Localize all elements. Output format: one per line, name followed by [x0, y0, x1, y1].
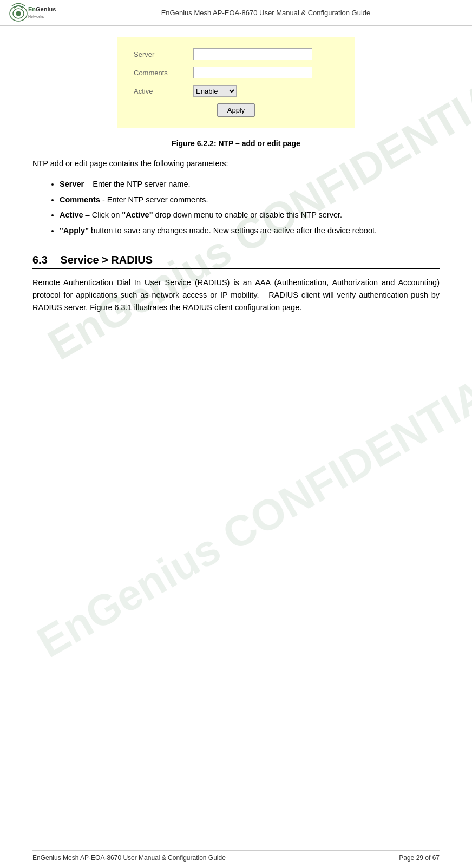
header-title: EnGenius Mesh AP-EOA-8670 User Manual & …: [68, 9, 463, 17]
section-number: 6.3: [32, 254, 48, 266]
bullet-server-term: Server: [60, 180, 84, 188]
svg-point-2: [16, 11, 21, 16]
active-select-container: Enable Disable: [193, 85, 237, 97]
apply-btn-row: Apply: [134, 103, 338, 117]
apply-button[interactable]: Apply: [217, 103, 255, 117]
bullet-comments-term: Comments: [60, 195, 100, 204]
bullet-list: Server – Enter the NTP server name. Comm…: [60, 177, 440, 238]
bullet-active-term: Active: [60, 211, 83, 219]
bullet-active-text: – Click on "Active" drop down menu to en…: [86, 211, 343, 219]
active-row: Active Enable Disable: [134, 85, 338, 97]
page-footer: EnGenius Mesh AP-EOA-8670 User Manual & …: [32, 850, 440, 862]
bullet-active: Active – Click on "Active" drop down men…: [60, 208, 440, 222]
figure-caption: Figure 6.2.2: NTP – add or edit page: [32, 139, 440, 148]
radius-text: Remote Authentication Dial In User Servi…: [32, 277, 440, 314]
bullet-apply: "Apply" button to save any changes made.…: [60, 224, 440, 238]
bullet-server: Server – Enter the NTP server name.: [60, 177, 440, 191]
ntp-form-box: Server Comments Active Enable Disable Ap…: [117, 37, 355, 128]
comments-row: Comments: [134, 67, 338, 78]
watermark2: EnGenius CONFIDENTIAL: [29, 356, 472, 667]
logo-area: En Genius Networks: [9, 3, 68, 23]
footer-right: Page 29 of 67: [399, 854, 440, 862]
svg-text:Networks: Networks: [28, 15, 44, 18]
active-select[interactable]: Enable Disable: [193, 85, 237, 97]
svg-text:Genius: Genius: [36, 6, 56, 12]
server-row: Server: [134, 48, 338, 60]
bullet-comments-sep: - Enter NTP server comments.: [102, 195, 208, 204]
active-label: Active: [134, 87, 193, 95]
bullet-server-sep: – Enter the NTP server name.: [86, 180, 190, 188]
section-heading: 6.3 Service > RADIUS: [32, 254, 440, 269]
server-label: Server: [134, 50, 193, 58]
page-header: En Genius Networks EnGenius Mesh AP-EOA-…: [0, 0, 472, 26]
comments-label: Comments: [134, 69, 193, 77]
engenius-logo: En Genius Networks: [9, 3, 68, 23]
bullet-comments: Comments - Enter NTP server comments.: [60, 193, 440, 207]
footer-left: EnGenius Mesh AP-EOA-8670 User Manual & …: [32, 854, 226, 862]
svg-text:En: En: [28, 6, 36, 12]
active-quoted: "Active": [122, 211, 153, 219]
bullet-apply-text: button to save any changes made. New set…: [91, 226, 377, 235]
server-input[interactable]: [193, 48, 312, 60]
comments-input[interactable]: [193, 67, 312, 78]
intro-text: NTP add or edit page contains the follow…: [32, 157, 440, 170]
bullet-apply-term: "Apply": [60, 226, 89, 235]
main-content: Server Comments Active Enable Disable Ap…: [0, 26, 472, 343]
section-title: Service > RADIUS: [60, 254, 153, 266]
